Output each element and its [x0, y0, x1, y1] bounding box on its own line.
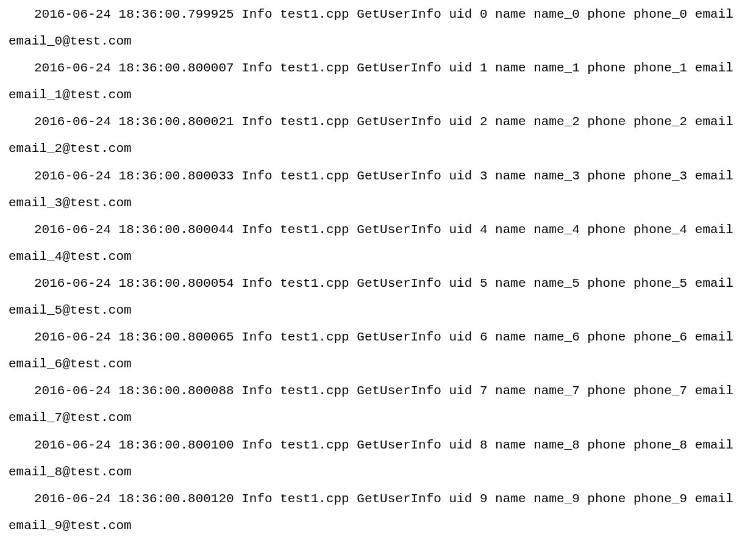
log-line: 2016-06-24 18:36:00.800088 Info test1.cp…: [9, 378, 747, 431]
log-line: 2016-06-24 18:36:00.799925 Info test1.cp…: [9, 1, 747, 55]
log-line: 2016-06-24 18:36:00.800021 Info test1.cp…: [9, 109, 747, 162]
log-line: 2016-06-24 18:36:00.800100 Info test1.cp…: [9, 432, 747, 486]
log-line: 2016-06-24 18:36:00.800065 Info test1.cp…: [9, 324, 747, 378]
log-line: 2016-06-24 18:36:00.800044 Info test1.cp…: [9, 217, 747, 270]
log-line: 2016-06-24 18:36:00.800033 Info test1.cp…: [9, 163, 747, 217]
log-line: 2016-06-24 18:36:00.800120 Info test1.cp…: [9, 486, 747, 539]
log-output: 2016-06-24 18:36:00.799925 Info test1.cp…: [9, 1, 747, 539]
log-line: 2016-06-24 18:36:00.800007 Info test1.cp…: [9, 55, 747, 109]
log-line: 2016-06-24 18:36:00.800054 Info test1.cp…: [9, 270, 747, 324]
